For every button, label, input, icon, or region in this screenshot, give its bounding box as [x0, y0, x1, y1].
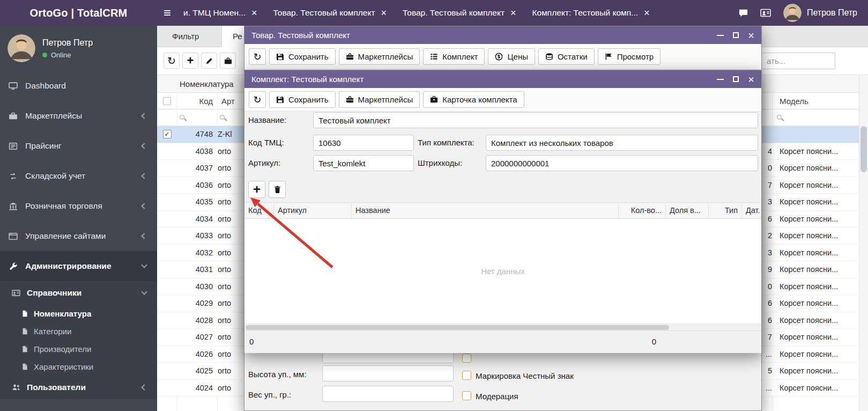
kit-type-input[interactable] [486, 135, 758, 151]
chat-icon[interactable] [738, 8, 748, 18]
minimize-icon[interactable] [717, 35, 724, 36]
scrollbar-thumb[interactable] [860, 126, 867, 172]
user-name[interactable]: Петров Петр [807, 8, 857, 18]
nomenclature-row[interactable]: ✓4748Z-Kl [157, 126, 248, 143]
scrollbar-thumb[interactable] [246, 325, 669, 330]
nomenclature-row[interactable]: 4025orto [157, 363, 248, 380]
nomenclature-row[interactable]: 4029orto [157, 295, 248, 312]
nomenclature-row[interactable]: 4038orto [157, 143, 248, 160]
maximize-icon[interactable] [733, 76, 739, 82]
nomenclature-row[interactable]: 4032orto [157, 245, 248, 262]
refresh-button[interactable]: ↻ [249, 91, 266, 108]
kit-window-titlebar[interactable]: Комплект: Тестовый комплект × [244, 70, 761, 88]
kit-grid-column-header[interactable]: Тип [709, 203, 742, 218]
close-icon[interactable]: × [748, 74, 754, 85]
doc-tab[interactable]: Товар. Тестовый комплект × [265, 0, 395, 26]
edit-button[interactable] [201, 53, 217, 69]
nomenclature-row-right[interactable]: 7Корсет поясни... [762, 329, 859, 346]
nomenclature-row-right[interactable]: 5Корсет поясни... [762, 363, 859, 380]
chestny-znak-checkbox[interactable] [462, 371, 471, 380]
nomenclature-row-right[interactable]: 0Корсет поясни... [762, 278, 859, 296]
nomenclature-row[interactable]: 4035orto [157, 194, 248, 211]
nomenclature-row-right[interactable]: 7Корсет поясни... [762, 177, 859, 194]
minimize-icon[interactable] [717, 79, 724, 80]
marketplaces-button[interactable]: Маркетплейсы [339, 91, 420, 108]
maximize-icon[interactable] [733, 32, 739, 38]
name-input[interactable] [313, 112, 758, 128]
nomenclature-row-right[interactable]: 6Корсет поясни... [762, 312, 859, 329]
nomenclature-row-right[interactable]: 0Корсет поясни... [762, 160, 859, 177]
kit-card-button[interactable]: Карточка комплекта [423, 91, 524, 108]
column-header-model[interactable]: Модель [780, 93, 808, 109]
sidebar-item-retail[interactable]: Розничная торговля [0, 191, 157, 221]
save-button[interactable]: Сохранить [269, 91, 336, 108]
nomenclature-row[interactable]: 4030orto [157, 278, 248, 296]
nomenclature-row[interactable]: 4026orto [157, 346, 248, 363]
nomenclature-row[interactable]: 4033orto [157, 227, 248, 245]
sidebar-item-nomenclature[interactable]: Номенклатура [0, 305, 157, 322]
doc-tab[interactable]: Комплект: Тестовый комп... × [524, 0, 658, 26]
product-window-titlebar[interactable]: Товар. Тестовый комплект × [244, 26, 761, 44]
row-checkbox[interactable]: ✓ [163, 130, 172, 138]
tab-close-icon[interactable]: × [510, 8, 516, 18]
profile-avatar[interactable] [8, 34, 35, 62]
user-avatar[interactable] [783, 4, 802, 22]
nomenclature-row-right[interactable]: 3Корсет поясни... [762, 245, 859, 262]
nomenclature-row[interactable]: 4036orto [157, 177, 248, 194]
nomenclature-row[interactable]: 4024orto [157, 380, 248, 397]
kit-grid-column-header[interactable]: Код [244, 203, 274, 218]
add-kit-item-button[interactable]: + [248, 181, 265, 198]
marketplaces-quick-button[interactable] [220, 53, 236, 69]
sidebar-item-categories[interactable]: Категории [0, 322, 157, 340]
moderation-checkbox[interactable] [462, 391, 471, 400]
nomenclature-row-right[interactable]: 6Корсет поясни... [762, 211, 859, 228]
barcodes-input[interactable] [486, 155, 758, 171]
horizontal-scrollbar[interactable] [244, 324, 761, 331]
nomenclature-row-right[interactable]: ...Корсет поясни... [762, 346, 859, 363]
save-button[interactable]: Сохранить [269, 48, 336, 65]
kit-grid-column-header[interactable]: Дат... [742, 203, 761, 218]
doc-tab[interactable]: и. ТМЦ Номен... × [175, 0, 265, 26]
search-input[interactable] [762, 53, 835, 69]
add-button[interactable]: + [182, 53, 198, 69]
nomenclature-row-right[interactable]: 2Корсет поясни... [762, 227, 859, 245]
kit-grid-column-header[interactable]: Название [352, 203, 619, 218]
stock-button[interactable]: Остатки [538, 48, 595, 65]
sidebar-item-warehouse[interactable]: Складской учет [0, 161, 157, 191]
select-all-checkbox[interactable] [163, 97, 171, 105]
kit-button[interactable]: Комплект [423, 48, 485, 65]
tab-close-icon[interactable]: × [644, 8, 650, 18]
prices-button[interactable]: Цены [488, 48, 535, 65]
kit-grid-column-header[interactable]: Артикул [274, 203, 352, 218]
nomenclature-row[interactable]: 4031orto [157, 261, 248, 278]
nomenclature-row[interactable]: 4028orto [157, 312, 248, 329]
checkbox[interactable] [462, 354, 471, 363]
nomenclature-row[interactable]: 4027orto [157, 329, 248, 346]
nomenclature-row-right[interactable]: 3Корсет поясни... [762, 194, 859, 211]
tab-filter[interactable]: Фильтр [161, 26, 210, 47]
vertical-scrollbar[interactable] [859, 75, 868, 411]
kit-grid-column-header[interactable]: Кол-во... [619, 203, 666, 218]
nomenclature-row[interactable]: 4037orto [157, 160, 248, 177]
sidebar-item-dashboard[interactable]: Dashboard [0, 71, 157, 101]
article-input[interactable] [313, 155, 414, 171]
tmc-code-input[interactable] [313, 135, 414, 151]
nomenclature-row[interactable]: 4034orto [157, 211, 248, 228]
doc-tab[interactable]: Товар. Тестовый комплект × [395, 0, 524, 26]
sidebar-group-spravochniki[interactable]: Справочники [0, 281, 157, 305]
sidebar-item-marketplaces[interactable]: Маркетплейсы [0, 101, 157, 131]
view-button[interactable]: Просмотр [598, 48, 661, 65]
sidebar-item-manufacturers[interactable]: Производители [0, 340, 157, 358]
nomenclature-row-right[interactable]: 6Корсет поясни... [762, 295, 859, 312]
tab-close-icon[interactable]: × [251, 8, 257, 18]
nomenclature-row-right[interactable] [762, 126, 859, 143]
close-icon[interactable]: × [748, 30, 754, 41]
height-input[interactable] [322, 365, 454, 381]
delete-kit-item-button[interactable] [269, 181, 286, 198]
refresh-button[interactable]: ↻ [164, 53, 180, 69]
sidebar-item-sites[interactable]: Управление сайтами [0, 221, 157, 251]
sidebar-item-characteristics[interactable]: Характеристики [0, 358, 157, 376]
nomenclature-row-right[interactable]: 4Корсет поясни... [762, 143, 859, 160]
marketplaces-button[interactable]: Маркетплейсы [339, 48, 420, 65]
column-header-article[interactable]: Арт [221, 93, 235, 109]
